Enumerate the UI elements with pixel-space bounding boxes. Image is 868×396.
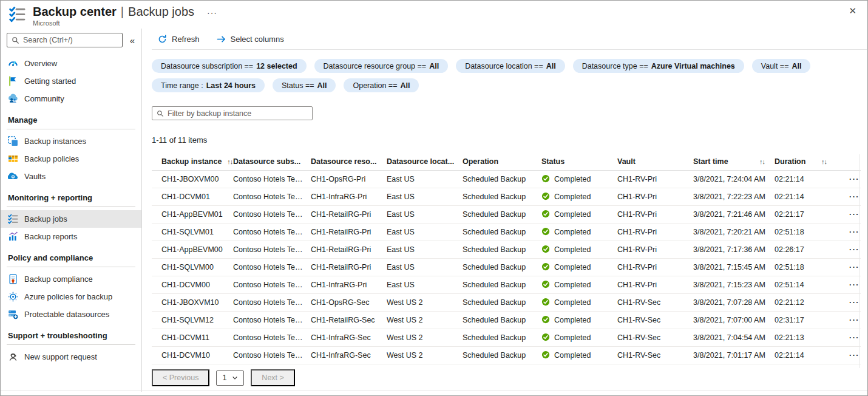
- cell-duration: 02:21:14: [775, 175, 836, 183]
- cell-start_time: 3/8/2021, 7:01:17 AM: [693, 351, 775, 360]
- row-actions-button[interactable]: ···: [836, 193, 861, 201]
- row-actions-button[interactable]: ···: [836, 245, 861, 254]
- status-completed-icon: [541, 298, 550, 308]
- status-completed-icon: [541, 315, 550, 326]
- cell-location: East US: [387, 193, 463, 201]
- cell-resource_group: CH1-InfraRG-Sec: [311, 333, 387, 342]
- cell-status: Completed: [541, 262, 617, 273]
- table-row[interactable]: CH1-JBOXVM10Contoso Hotels Tena...CH1-Op…: [152, 294, 861, 312]
- sidebar-item-overview[interactable]: Overview: [1, 55, 141, 72]
- backup-instance-filter-input[interactable]: [168, 109, 308, 118]
- table-row[interactable]: CH1-AppBEVM00Contoso Hotels Tena...CH1-R…: [152, 241, 861, 259]
- table-row[interactable]: CH1-DCVM10Contoso Hotels Tena...CH1-Infr…: [152, 347, 861, 364]
- cell-instance: CH1-JBOXVM00: [161, 175, 233, 183]
- cell-resource_group: CH1-RetailRG-Sec: [311, 316, 387, 324]
- cell-location: West US 2: [387, 316, 463, 324]
- column-header-label: Duration: [775, 157, 805, 166]
- column-header-status[interactable]: Status: [541, 157, 617, 166]
- previous-page-button[interactable]: < Previous: [152, 369, 209, 386]
- row-actions-button[interactable]: ···: [836, 333, 861, 342]
- more-menu-icon[interactable]: ···: [207, 8, 217, 18]
- filter-pills-row1: Datasource subscription ==12 selectedDat…: [152, 59, 867, 73]
- table-row[interactable]: CH1-DCVM11Contoso Hotels Tena...CH1-Infr…: [152, 329, 861, 347]
- cell-instance: CH1-DCVM01: [161, 193, 233, 201]
- status-label: Completed: [554, 316, 591, 324]
- filter-pill-operation[interactable]: Operation ==All: [344, 78, 419, 92]
- row-actions-button[interactable]: ···: [836, 210, 861, 219]
- column-header-backup-instance[interactable]: Backup instance↑↓: [161, 157, 233, 166]
- cell-location: East US: [387, 175, 463, 183]
- row-actions-button[interactable]: ···: [836, 175, 861, 183]
- cell-instance: CH1-DCVM10: [161, 351, 233, 360]
- row-actions-button[interactable]: ···: [836, 351, 861, 360]
- cell-operation: Scheduled Backup: [463, 210, 541, 219]
- close-icon[interactable]: ✕: [849, 5, 856, 16]
- page-number-select[interactable]: 1: [216, 370, 244, 386]
- sidebar-item-new-support-request[interactable]: New support request: [1, 348, 141, 366]
- filter-pill-datasource-subscription[interactable]: Datasource subscription ==12 selected: [152, 59, 307, 73]
- table-row[interactable]: CH1-SQLVM00Contoso Hotels Tena...CH1-Ret…: [152, 259, 861, 276]
- sidebar-item-azure-policies-for-backup[interactable]: Azure policies for backup: [1, 288, 141, 306]
- column-header-operation[interactable]: Operation: [463, 157, 541, 166]
- column-header-datasource-reso[interactable]: Datasource reso...: [311, 157, 387, 166]
- column-header-duration[interactable]: Duration↑↓: [775, 157, 836, 166]
- table-row[interactable]: CH1-DCVM01Contoso Hotels Tena...CH1-Infr…: [152, 188, 861, 206]
- column-header-vault[interactable]: Vault: [617, 157, 693, 166]
- sidebar-item-backup-policies[interactable]: Backup policies: [1, 150, 141, 168]
- table-scrollbar[interactable]: [859, 154, 860, 368]
- table-header: Backup instance↑↓Datasource subs...Datas…: [152, 152, 861, 171]
- status-completed-icon: [541, 245, 550, 255]
- status-label: Completed: [554, 228, 591, 236]
- status-label: Completed: [554, 298, 591, 307]
- cell-location: West US 2: [387, 333, 463, 342]
- sidebar-item-backup-compliance[interactable]: Backup compliance: [1, 270, 141, 288]
- cell-subscription: Contoso Hotels Tena...: [233, 228, 311, 236]
- cell-vault: CH1-RV-Sec: [617, 316, 693, 324]
- refresh-button[interactable]: Refresh: [158, 35, 200, 44]
- filter-pill-vault[interactable]: Vault ==All: [752, 59, 811, 73]
- sidebar-item-protectable-datasources[interactable]: Protectable datasources: [1, 306, 141, 323]
- filter-pill-time-range[interactable]: Time range :Last 24 hours: [152, 78, 265, 92]
- sidebar-item-community[interactable]: Community: [1, 90, 141, 108]
- row-actions-button[interactable]: ···: [836, 316, 861, 324]
- table-row[interactable]: CH1-SQLVM01Contoso Hotels Tena...CH1-Ret…: [152, 224, 861, 241]
- filter-pill-datasource-resource-group[interactable]: Datasource resource group ==All: [314, 59, 449, 73]
- cell-resource_group: CH1-OpsRG-Pri: [311, 175, 387, 183]
- sidebar-item-getting-started[interactable]: Getting started: [1, 72, 141, 90]
- sidebar-item-backup-instances[interactable]: Backup instances: [1, 132, 141, 150]
- row-actions-button[interactable]: ···: [836, 263, 861, 271]
- column-header-start-time[interactable]: Start time↑↓: [693, 157, 775, 166]
- cell-subscription: Contoso Hotels Tena...: [233, 193, 311, 201]
- cell-operation: Scheduled Backup: [463, 263, 541, 271]
- table-row[interactable]: CH1-SQLVM12Contoso Hotels Tena...CH1-Ret…: [152, 312, 861, 329]
- filter-pill-status[interactable]: Status ==All: [273, 78, 336, 92]
- row-actions-button[interactable]: ···: [836, 281, 861, 289]
- table-row[interactable]: CH1-DCVM00Contoso Hotels Tena...CH1-Infr…: [152, 276, 861, 294]
- backup-instance-filter[interactable]: [152, 106, 313, 120]
- cell-status: Completed: [541, 298, 617, 308]
- filter-pill-datasource-location[interactable]: Datasource location ==All: [456, 59, 565, 73]
- table-row[interactable]: CH1-AppBEVM01Contoso Hotels Tena...CH1-R…: [152, 206, 861, 224]
- next-page-button[interactable]: Next >: [251, 369, 294, 386]
- row-actions-button[interactable]: ···: [836, 228, 861, 236]
- cell-status: Completed: [541, 174, 617, 185]
- filter-pill-value: Azure Virtual machines: [651, 62, 735, 70]
- sidebar-search-input[interactable]: [23, 36, 118, 44]
- filter-pill-datasource-type[interactable]: Datasource type ==Azure Virtual machines: [573, 59, 744, 73]
- column-header-datasource-locat[interactable]: Datasource locat...: [387, 157, 463, 166]
- select-columns-button[interactable]: Select columns: [217, 35, 284, 44]
- table-row[interactable]: CH1-JBOXVM00Contoso Hotels Tena...CH1-Op…: [152, 171, 861, 188]
- row-actions-button[interactable]: ···: [836, 298, 861, 307]
- sidebar-item-label: Backup instances: [24, 137, 86, 146]
- cell-subscription: Contoso Hotels Tena...: [233, 245, 311, 254]
- sidebar-item-backup-jobs[interactable]: Backup jobs: [1, 210, 141, 228]
- sidebar-item-backup-reports[interactable]: Backup reports: [1, 228, 141, 245]
- column-header-datasource-subs[interactable]: Datasource subs...: [233, 157, 311, 166]
- cell-subscription: Contoso Hotels Tena...: [233, 298, 311, 307]
- sidebar-item-vaults[interactable]: Vaults: [1, 168, 141, 185]
- sidebar-item-label: Backup reports: [24, 232, 77, 241]
- collapse-sidebar-button[interactable]: «: [128, 35, 137, 46]
- support-person-icon: [8, 352, 18, 362]
- cell-vault: CH1-RV-Sec: [617, 351, 693, 360]
- sidebar-search[interactable]: [7, 33, 123, 47]
